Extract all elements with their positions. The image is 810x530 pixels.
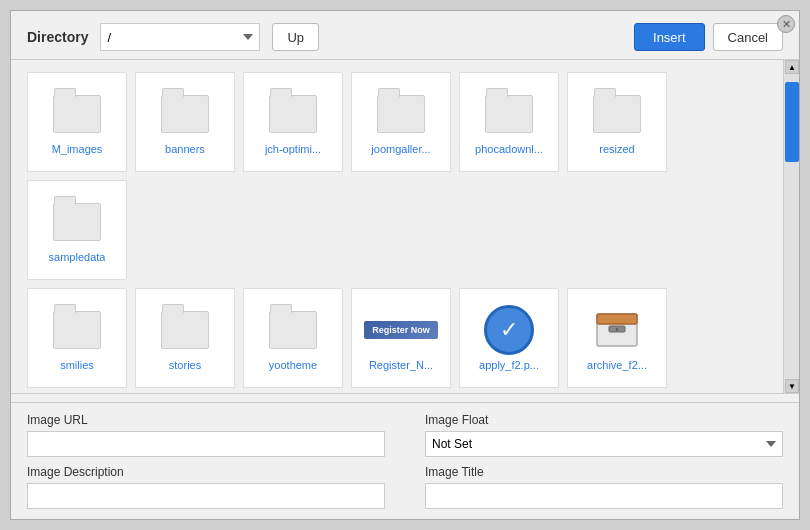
grid-row-1: M_images banners jch-optimi... joomgalle… bbox=[27, 72, 767, 280]
register-now-icon: Register Now bbox=[376, 305, 426, 355]
image-url-group: Image URL bbox=[27, 413, 385, 457]
insert-button[interactable]: Insert bbox=[634, 23, 705, 51]
folder-icon bbox=[160, 89, 210, 139]
image-title-group: Image Title bbox=[425, 465, 783, 509]
image-description-input[interactable] bbox=[27, 483, 385, 509]
folder-label: smilies bbox=[60, 359, 94, 371]
folder-yootheme[interactable]: yootheme bbox=[243, 288, 343, 388]
file-register-now[interactable]: Register Now Register_N... bbox=[351, 288, 451, 388]
folder-icon bbox=[484, 89, 534, 139]
apply-icon: ✓ bbox=[484, 305, 534, 355]
file-label: apply_f2.p... bbox=[479, 359, 539, 371]
folder-jch-optimi[interactable]: jch-optimi... bbox=[243, 72, 343, 172]
image-float-group: Image Float Not Set Left Right Center bbox=[425, 413, 783, 457]
image-float-label: Image Float bbox=[425, 413, 783, 427]
folder-label: M_images bbox=[52, 143, 103, 155]
folder-banners[interactable]: banners bbox=[135, 72, 235, 172]
image-float-select[interactable]: Not Set Left Right Center bbox=[425, 431, 783, 457]
scrollbar-down-button[interactable]: ▼ bbox=[785, 379, 799, 393]
folder-icon bbox=[52, 197, 102, 247]
register-now-image: Register Now bbox=[364, 321, 438, 339]
directory-select[interactable]: / bbox=[100, 23, 260, 51]
action-buttons: Insert Cancel bbox=[634, 23, 783, 51]
scrollbar-thumb[interactable] bbox=[785, 82, 799, 162]
folder-M_images[interactable]: M_images bbox=[27, 72, 127, 172]
image-description-group: Image Description bbox=[27, 465, 385, 509]
separator bbox=[11, 393, 799, 394]
cancel-button[interactable]: Cancel bbox=[713, 23, 783, 51]
scrollbar[interactable]: ▲ ▼ bbox=[783, 60, 799, 393]
close-button[interactable]: ✕ bbox=[777, 15, 795, 33]
svg-rect-1 bbox=[597, 314, 637, 324]
folder-icon bbox=[268, 305, 318, 355]
image-title-input[interactable] bbox=[425, 483, 783, 509]
folder-label: phocadownl... bbox=[475, 143, 543, 155]
folder-icon bbox=[52, 305, 102, 355]
scrollbar-up-button[interactable]: ▲ bbox=[785, 60, 799, 74]
image-url-input[interactable] bbox=[27, 431, 385, 457]
folder-stories[interactable]: stories bbox=[135, 288, 235, 388]
directory-label: Directory bbox=[27, 29, 88, 45]
folder-label: banners bbox=[165, 143, 205, 155]
folder-icon bbox=[160, 305, 210, 355]
folder-icon bbox=[592, 89, 642, 139]
folder-icon bbox=[376, 89, 426, 139]
folder-sampledata[interactable]: sampledata bbox=[27, 180, 127, 280]
top-bar: ✕ bbox=[777, 15, 795, 33]
folder-icon bbox=[52, 89, 102, 139]
folder-smilies[interactable]: smilies bbox=[27, 288, 127, 388]
file-label: Register_N... bbox=[369, 359, 433, 371]
header: Directory / Up Insert Cancel bbox=[11, 11, 799, 60]
folder-joomgaller[interactable]: joomgaller... bbox=[351, 72, 451, 172]
folder-icon bbox=[268, 89, 318, 139]
footer: Image URL Image Float Not Set Left Right… bbox=[11, 402, 799, 519]
image-description-label: Image Description bbox=[27, 465, 385, 479]
folder-phocadownl[interactable]: phocadownl... bbox=[459, 72, 559, 172]
content-area: M_images banners jch-optimi... joomgalle… bbox=[11, 60, 799, 393]
folder-label: resized bbox=[599, 143, 634, 155]
folder-resized[interactable]: resized bbox=[567, 72, 667, 172]
file-apply[interactable]: ✓ apply_f2.p... bbox=[459, 288, 559, 388]
grid-area: M_images banners jch-optimi... joomgalle… bbox=[11, 60, 783, 393]
image-dialog: ✕ Directory / Up Insert Cancel M_images … bbox=[10, 10, 800, 520]
image-title-label: Image Title bbox=[425, 465, 783, 479]
image-url-label: Image URL bbox=[27, 413, 385, 427]
archive-icon bbox=[592, 305, 642, 355]
folder-label: joomgaller... bbox=[371, 143, 430, 155]
archive-image bbox=[592, 305, 642, 355]
file-archive[interactable]: archive_f2... bbox=[567, 288, 667, 388]
folder-label: stories bbox=[169, 359, 201, 371]
folder-label: jch-optimi... bbox=[265, 143, 321, 155]
grid-row-2: smilies stories yootheme Register Now Re… bbox=[27, 288, 767, 393]
file-label: archive_f2... bbox=[587, 359, 647, 371]
up-button[interactable]: Up bbox=[272, 23, 319, 51]
folder-label: sampledata bbox=[49, 251, 106, 263]
checkmark-circle: ✓ bbox=[484, 305, 534, 355]
folder-label: yootheme bbox=[269, 359, 317, 371]
